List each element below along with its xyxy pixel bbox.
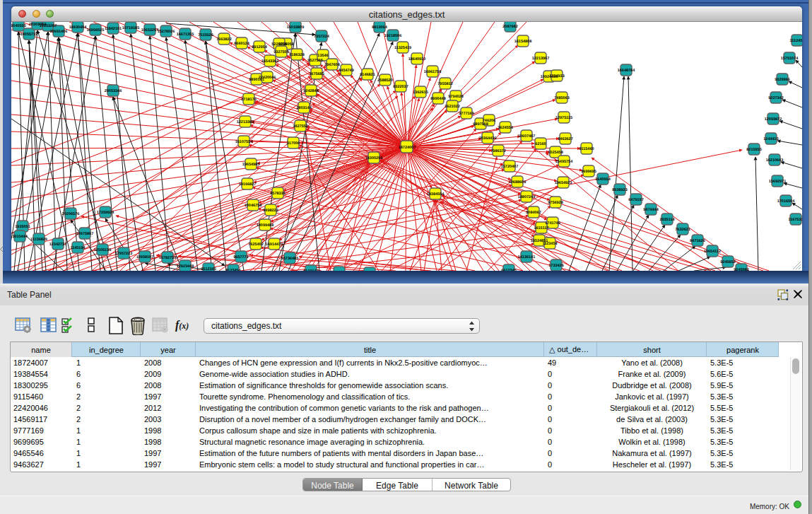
svg-text:16961758: 16961758 (424, 70, 441, 74)
svg-text:9245652: 9245652 (720, 260, 735, 264)
svg-text:10654112: 10654112 (704, 250, 721, 254)
svg-text:317006: 317006 (287, 141, 300, 146)
svg-text:10719185: 10719185 (122, 26, 139, 30)
svg-text:9756928: 9756928 (548, 201, 563, 205)
svg-text:12213967: 12213967 (532, 57, 549, 61)
svg-text:19384554: 19384554 (427, 192, 445, 197)
svg-text:9242848: 9242848 (303, 89, 318, 93)
svg-text:12923448: 12923448 (177, 264, 194, 269)
svg-text:3675685: 3675685 (309, 72, 324, 76)
svg-text:10975867: 10975867 (76, 232, 93, 236)
svg-text:10046758: 10046758 (245, 204, 261, 208)
svg-text:3624554: 3624554 (498, 126, 513, 130)
svg-text:1734933: 1734933 (549, 74, 564, 78)
svg-text:18930404: 18930404 (69, 25, 87, 30)
svg-text:19654985: 19654985 (242, 163, 259, 167)
svg-text:2935114: 2935114 (659, 218, 675, 222)
svg-text:1935051: 1935051 (15, 225, 30, 229)
svg-text:16543362: 16543362 (261, 59, 278, 64)
svg-text:1615117: 1615117 (534, 226, 548, 230)
svg-text:10607487: 10607487 (518, 134, 535, 139)
svg-text:5226058: 5226058 (271, 42, 286, 47)
svg-text:3915444: 3915444 (12, 235, 28, 239)
svg-text:9040555: 9040555 (11, 24, 26, 28)
svg-text:3427552: 3427552 (293, 124, 307, 129)
svg-text:16956025: 16956025 (87, 28, 104, 33)
svg-text:9794028: 9794028 (448, 95, 463, 99)
svg-text:15720407: 15720407 (501, 165, 518, 169)
svg-text:9474444: 9474444 (643, 208, 659, 212)
svg-text:15276026: 15276026 (158, 30, 175, 34)
svg-text:1244415: 1244415 (763, 137, 778, 141)
svg-text:19166827: 19166827 (239, 182, 256, 187)
svg-text:2803144: 2803144 (296, 106, 312, 110)
svg-text:12505135: 12505135 (94, 248, 111, 252)
svg-text:16210643: 16210643 (766, 158, 783, 163)
svg-text:2718176: 2718176 (241, 98, 256, 102)
svg-text:9498222: 9498222 (263, 209, 278, 213)
svg-text:11156829: 11156829 (30, 238, 47, 242)
svg-text:1145194: 1145194 (70, 246, 86, 250)
svg-text:2087682: 2087682 (502, 25, 517, 29)
svg-text:18807249: 18807249 (518, 195, 535, 199)
svg-text:9146821: 9146821 (360, 73, 375, 77)
svg-text:2588520: 2588520 (377, 78, 392, 83)
svg-text:6479197: 6479197 (628, 198, 643, 202)
svg-text:1112454: 1112454 (790, 39, 802, 43)
svg-text:7515526: 7515526 (198, 33, 213, 37)
svg-text:8215955: 8215955 (746, 148, 761, 152)
svg-text:746206: 746206 (483, 119, 495, 123)
svg-text:22420046: 22420046 (259, 76, 276, 80)
svg-text:13524851: 13524851 (531, 239, 548, 243)
svg-text:16914479: 16914479 (266, 243, 283, 247)
svg-text:1167533: 1167533 (788, 218, 802, 222)
svg-text:9777169: 9777169 (459, 112, 473, 116)
svg-text:10553267: 10553267 (40, 24, 57, 28)
svg-text:7357224: 7357224 (314, 35, 329, 39)
svg-text:14099488: 14099488 (257, 223, 273, 228)
svg-text:8578335: 8578335 (270, 192, 285, 196)
svg-text:10688609: 10688609 (509, 180, 526, 185)
svg-text:10958107: 10958107 (136, 255, 153, 259)
svg-text:17359924: 17359924 (97, 211, 114, 215)
svg-text:15751074: 15751074 (781, 57, 799, 61)
svg-text:20364436: 20364436 (479, 136, 496, 141)
svg-text:29053346: 29053346 (105, 89, 122, 93)
svg-text:18724007: 18724007 (399, 146, 416, 150)
svg-text:8454749: 8454749 (339, 69, 353, 73)
svg-text:16648784: 16648784 (618, 69, 635, 73)
svg-text:10653257: 10653257 (141, 28, 158, 33)
svg-text:9527505: 9527505 (307, 59, 322, 63)
svg-text:9699695: 9699695 (581, 170, 596, 174)
svg-text:20691406: 20691406 (50, 30, 67, 34)
svg-text:17016504: 17016504 (777, 199, 795, 204)
svg-text:13546: 13546 (317, 54, 328, 58)
svg-text:15495754: 15495754 (555, 160, 573, 164)
svg-text:8938923: 8938923 (612, 188, 627, 192)
svg-text:15692971: 15692971 (769, 180, 786, 184)
svg-text:16154808: 16154808 (514, 40, 531, 44)
svg-text:19218506: 19218506 (384, 34, 401, 38)
svg-text:7485063: 7485063 (554, 96, 569, 100)
svg-text:16033809: 16033809 (287, 25, 304, 30)
svg-text:8813054: 8813054 (372, 25, 387, 30)
svg-text:8471626: 8471626 (690, 239, 705, 243)
svg-text:8912954: 8912954 (252, 45, 267, 49)
svg-text:9329966: 9329966 (775, 78, 789, 82)
svg-text:12093872: 12093872 (765, 117, 782, 122)
svg-text:2967608: 2967608 (324, 63, 339, 67)
svg-text:1362615: 1362615 (413, 90, 428, 95)
svg-text:62160: 62160 (535, 142, 546, 146)
svg-text:14055712: 14055712 (20, 33, 37, 37)
svg-text:18640910: 18640910 (408, 57, 425, 62)
svg-text:18300295: 18300295 (365, 156, 382, 160)
svg-text:15736485: 15736485 (281, 257, 298, 261)
svg-text:9327505: 9327505 (273, 50, 288, 54)
svg-text:9115460: 9115460 (579, 147, 594, 151)
svg-text:11325419: 11325419 (394, 46, 411, 50)
svg-text:7632621: 7632621 (675, 228, 690, 232)
svg-text:8322037: 8322037 (393, 85, 408, 89)
svg-text:1733426: 1733426 (548, 264, 563, 268)
svg-text:16671355: 16671355 (177, 33, 194, 37)
svg-text:7955812: 7955812 (437, 82, 452, 86)
